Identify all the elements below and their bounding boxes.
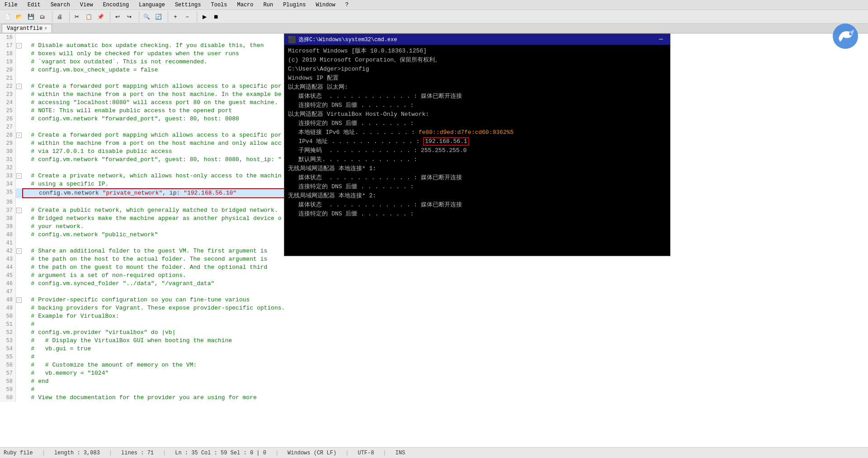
tab-vagrantfile[interactable]: Vagrantfile × [2,24,52,33]
fold-marker[interactable]: - [16,172,22,180]
line-number: 60 [0,394,16,402]
bird-icon [832,23,859,50]
status-sep-3: | [163,450,166,456]
toolbar-sep-4 [137,11,139,22]
fold-marker[interactable]: - [16,42,22,50]
cmd-window[interactable]: ⬛ 选择C:\Windows\system32\cmd.exe ─ Micros… [284,33,670,256]
tab-close[interactable]: × [44,26,47,31]
fold-marker[interactable]: - [16,131,22,139]
save-button[interactable]: 💾 [25,11,36,22]
menu-language[interactable]: Language [136,1,168,9]
replace-button[interactable]: 🔄 [153,11,164,22]
line-content: # View the documentation for the provide… [22,394,257,402]
fold-marker [16,386,22,394]
copy-button[interactable]: 📋 [83,11,94,22]
fold-marker[interactable]: - [16,296,22,304]
fold-marker [16,91,22,99]
line-number: 41 [0,239,16,247]
line-number: 24 [0,99,16,107]
line-number: 22 [0,82,16,91]
line-content: # argument is a set of non-required opti… [22,272,186,280]
line-content: # Bridged networks make the machine appe… [22,215,282,223]
menu-encoding[interactable]: Encoding [100,1,132,9]
cmd-line: (c) 2019 Microsoft Corporation。保留所有权利。 [288,56,666,65]
find-button[interactable]: 🔍 [141,11,152,22]
open-button[interactable]: 📂 [14,11,24,22]
zoom-out-button[interactable]: − [182,11,193,22]
fold-marker [16,345,22,353]
status-length: length : 3,083 [54,450,100,456]
ipv4-address: 192.168.56.1 [423,137,469,146]
line-number: 38 [0,215,16,223]
cmd-line: Windows IP 配置 [288,74,666,83]
line-content: # # Display the VirtualBox GUI when boot… [22,337,232,345]
paste-button[interactable]: 📌 [95,11,106,22]
cut-button[interactable]: ✂ [71,11,82,22]
cmd-line: 默认网关. . . . . . . . . . . . . : [288,155,666,164]
fold-marker [16,312,22,320]
code-line-21: 21 [0,74,288,82]
code-line-42: 42- # Share an additional folder to the … [0,247,288,255]
status-sep-5: | [345,450,349,456]
code-line-24: 24 # accessing "localhost:8080" will acc… [0,99,288,107]
zoom-in-button[interactable]: + [170,11,181,22]
code-line-32: 32 [0,164,288,172]
menu-help[interactable]: ? [343,1,351,9]
toolbar: 📄 📂 💾 🗂 🖨 ✂ 📋 📌 ↩ ↪ 🔍 🔄 + − ▶ ⏹ [0,10,868,24]
line-number: 23 [0,91,16,99]
cmd-body: Microsoft Windows [版本 10.0.18363.1256](c… [284,45,670,257]
editor-pane[interactable]: 1617- # Disable automatic box update che… [0,33,288,447]
fold-marker [16,369,22,377]
stop-macro-button[interactable]: ⏹ [211,11,222,22]
line-number: 51 [0,320,16,329]
line-number: 49 [0,304,16,312]
code-line-27: 27 [0,123,288,131]
menu-tools[interactable]: Tools [208,1,230,9]
menu-edit[interactable]: Edit [25,1,43,9]
fold-marker [16,280,22,288]
redo-button[interactable]: ↪ [124,11,135,22]
fold-marker [16,107,22,115]
line-number: 40 [0,231,16,239]
status-sep-4: | [275,450,278,456]
code-line-58: 58 # end [0,377,288,386]
line-number: 29 [0,139,16,148]
menu-run[interactable]: Run [261,1,276,9]
toolbar-sep-2 [67,11,70,22]
fold-marker[interactable]: - [16,82,22,91]
line-number: 55 [0,353,16,361]
save-all-button[interactable]: 🗂 [37,11,48,22]
line-content [22,288,24,296]
menu-macro[interactable]: Macro [235,1,256,9]
undo-button[interactable]: ↩ [112,11,123,22]
menu-window[interactable]: Window [313,1,338,9]
new-button[interactable]: 📄 [2,11,13,22]
fold-marker[interactable]: - [16,247,22,255]
code-line-31: 31 # config.vm.network "forwarded_port",… [0,156,288,164]
line-number: 16 [0,33,16,42]
cmd-icon: ⬛ [288,36,296,43]
cmd-line: IPv4 地址 . . . . . . . . . . . . : 192.16… [288,137,666,146]
line-content: # config.vm.provider "virtualbox" do |vb… [22,329,175,337]
menu-plugins[interactable]: Plugins [280,1,308,9]
cmd-close-button[interactable]: ─ [656,35,666,44]
code-line-45: 45 # argument is a set of non-required o… [0,272,288,280]
print-button[interactable]: 🖨 [54,11,65,22]
menu-search[interactable]: Search [48,1,73,9]
code-line-57: 57 # vb.memory = "1024" [0,369,288,377]
fold-marker[interactable]: - [16,206,22,215]
line-number: 53 [0,337,16,345]
run-macro-button[interactable]: ▶ [199,11,210,22]
fold-marker [16,337,22,345]
line-number: 21 [0,74,16,82]
line-content: # end [22,377,49,386]
cmd-line: 无线局域网适配器 本地连接* 1: [288,164,666,173]
code-line-26: 26 # config.vm.network "forwarded_port",… [0,115,288,123]
menu-view[interactable]: View [77,1,96,9]
code-line-23: 23 # within the machine from a port on t… [0,91,288,99]
code-line-52: 52 # config.vm.provider "virtualbox" do … [0,329,288,337]
code-line-17: 17- # Disable automatic box update check… [0,42,288,50]
menu-file[interactable]: File [2,1,20,9]
menu-settings[interactable]: Settings [172,1,204,9]
line-content [22,74,24,82]
